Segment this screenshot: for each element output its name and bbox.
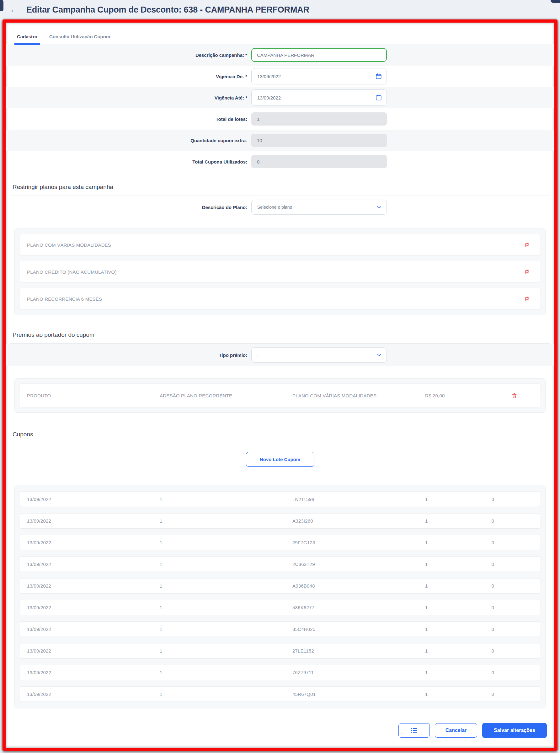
vigencia-de-label: Vigência De: * [13, 74, 247, 79]
form-row-total-lotes: Total de lotes: 1 [6, 108, 554, 130]
coupon-qty: 1 [425, 540, 492, 545]
section-title-premios: Prêmios ao portador do cupom [13, 331, 547, 339]
qtd-cupom-extra-field: 10 [251, 134, 387, 147]
coupon-used: 0 [492, 540, 537, 545]
total-cupons-utilizados-label: Total Cupons Utilizados: [13, 159, 247, 165]
page-header: ← Editar Campanha Cupom de Desconto: 638… [0, 0, 560, 19]
coupon-qty: 1 [425, 692, 492, 697]
tipo-premio-selected-value: - [257, 352, 259, 358]
coupon-lote: 1 [160, 518, 293, 524]
coupon-lote: 1 [160, 540, 293, 545]
offscreen-fragment-top-left [0, 0, 3, 11]
prize-plan: PLANO COM VÁRIAS MODALIDADES [293, 393, 425, 398]
chevron-down-icon [377, 352, 382, 358]
coupon-qty: 1 [425, 562, 492, 567]
coupon-qty: 1 [425, 648, 492, 654]
section-title-restringir-planos: Restringir planos para esta campanha [13, 184, 547, 191]
coupon-code: 35C4H025 [293, 626, 425, 632]
offscreen-fragment-top-right [551, 0, 560, 3]
tab-bar: Cadastro Consulta Utilização Cupom [13, 23, 547, 44]
coupon-used: 0 [492, 518, 537, 524]
plan-list-item: PLANO COM VÁRIAS MODALIDADES [19, 234, 541, 256]
trash-icon [512, 393, 517, 399]
coupon-qty: 1 [425, 583, 492, 588]
calendar-icon [375, 94, 382, 101]
coupon-row: 13/09/2022129F7G12310 [19, 535, 541, 550]
coupon-date: 13/09/2022 [27, 648, 160, 654]
descricao-plano-selected-value: Selecione o plano [257, 205, 292, 210]
content-card: Cadastro Consulta Utilização Cupom Descr… [6, 23, 554, 748]
vigencia-ate-value: 13/09/2022 [257, 95, 281, 100]
coupon-lote: 1 [160, 583, 293, 588]
section-title-cupons: Cupons [13, 431, 547, 438]
prize-type: PRODUTO [27, 393, 160, 398]
back-arrow-icon[interactable]: ← [9, 5, 18, 14]
tab-consulta-utilizacao-cupom[interactable]: Consulta Utilização Cupom [49, 34, 110, 44]
prize-description: ADESÃO PLANO RECORRENTE [160, 393, 293, 398]
list-view-button[interactable] [398, 723, 430, 738]
save-button[interactable]: Salvar alterações [482, 723, 547, 738]
delete-plan-button[interactable] [523, 295, 531, 303]
total-lotes-label: Total de lotes: [13, 116, 247, 122]
coupon-used: 0 [492, 692, 537, 697]
form-row-descricao-plano: Descrição do Plano: Selecione o plano [6, 196, 554, 218]
form-row-tipo-premio: Tipo prêmio: - [6, 344, 554, 366]
coupon-used: 0 [492, 648, 537, 654]
qtd-cupom-extra-label: Quantidade cupom extra: [13, 138, 247, 143]
coupon-lote: 1 [160, 648, 293, 654]
coupon-row: 13/09/20221A323I26010 [19, 513, 541, 528]
coupon-code: 27LE1152 [293, 648, 425, 654]
coupon-qty: 1 [425, 670, 492, 675]
tab-cadastro[interactable]: Cadastro [17, 34, 37, 44]
coupon-row: 13/09/2022127LE115210 [19, 643, 541, 658]
total-lotes-value: 1 [257, 116, 259, 122]
trash-icon [524, 269, 530, 275]
coupon-lote: 1 [160, 670, 293, 675]
form-row-total-cupons-utilizados: Total Cupons Utilizados: 0 [6, 151, 554, 172]
coupon-code: 536K6277 [293, 605, 425, 610]
delete-prize-button[interactable] [510, 391, 519, 400]
vigencia-ate-label: Vigência Até: * [13, 95, 247, 100]
coupon-code: 45R67Q01 [293, 692, 425, 697]
coupon-used: 0 [492, 562, 537, 567]
plan-list-item: PLANO RECORRÊNCIA 6 MESES [19, 288, 541, 310]
vigencia-de-datepicker[interactable]: 13/09/2022 [251, 68, 387, 84]
plan-list-item: PLANO CREDITO (NÃO ACUMULATIVO) [19, 261, 541, 283]
descricao-plano-select[interactable]: Selecione o plano [251, 200, 387, 215]
vigencia-ate-datepicker[interactable]: 13/09/2022 [251, 90, 387, 106]
coupon-code: 29F7G123 [293, 540, 425, 545]
cancel-button[interactable]: Cancelar [435, 723, 477, 738]
novo-lote-cupom-button[interactable]: Novo Lote Cupom [246, 452, 314, 467]
delete-plan-button[interactable] [523, 241, 531, 249]
coupon-date: 13/09/2022 [27, 692, 160, 697]
coupon-row: 13/09/2022176Z7971110 [19, 665, 541, 680]
coupon-row: 13/09/2022135C4H02510 [19, 621, 541, 637]
coupon-lote: 1 [160, 562, 293, 567]
coupon-code: A936B048 [293, 583, 425, 588]
coupon-qty: 1 [425, 626, 492, 632]
trash-icon [524, 242, 530, 248]
prizes-panel: PRODUTOADESÃO PLANO RECORRENTEPLANO COM … [15, 378, 545, 413]
tipo-premio-label: Tipo prêmio: [13, 352, 247, 358]
form-row-qtd-cupom-extra: Quantidade cupom extra: 10 [6, 130, 554, 151]
coupon-date: 13/09/2022 [27, 626, 160, 632]
tipo-premio-select[interactable]: - [251, 347, 387, 363]
list-icon [410, 726, 418, 734]
coupon-used: 0 [492, 497, 537, 502]
coupons-panel: 13/09/20221LN2115981013/09/20221A323I260… [15, 485, 545, 709]
plans-panel: PLANO COM VÁRIAS MODALIDADESPLANO CREDIT… [15, 229, 545, 315]
coupon-row: 13/09/20221A936B04810 [19, 578, 541, 594]
coupon-date: 13/09/2022 [27, 670, 160, 675]
prize-value: R$ 20,00 [425, 393, 492, 398]
coupon-used: 0 [492, 583, 537, 588]
descricao-campanha-input[interactable] [251, 48, 387, 62]
coupon-lote: 1 [160, 692, 293, 697]
coupon-used: 0 [492, 605, 537, 610]
plan-name-label: PLANO CREDITO (NÃO ACUMULATIVO) [27, 269, 117, 275]
delete-plan-button[interactable] [523, 268, 531, 276]
total-cupons-utilizados-field: 0 [251, 155, 387, 168]
plan-name-label: PLANO RECORRÊNCIA 6 MESES [27, 296, 102, 302]
coupon-qty: 1 [425, 518, 492, 524]
coupon-used: 0 [492, 670, 537, 675]
coupon-row: 13/09/2022145R67Q0110 [19, 687, 541, 702]
